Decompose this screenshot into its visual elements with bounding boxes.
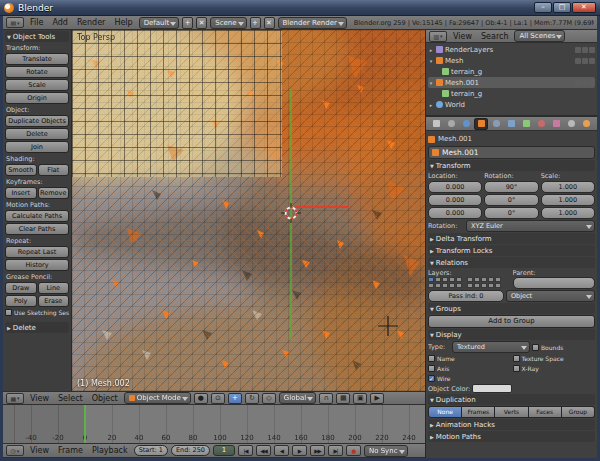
name-checkbox[interactable]: Name	[428, 354, 511, 363]
menu-render[interactable]: Render	[74, 18, 108, 27]
outliner-display-mode-dropdown[interactable]: All Scenes	[514, 30, 565, 42]
menu-view-outliner[interactable]: View	[450, 32, 475, 41]
eye-icon[interactable]	[575, 58, 581, 64]
viewport-shading-dropdown[interactable]: ●	[194, 393, 208, 404]
duplication-panel-header[interactable]: ▼ Duplication	[428, 394, 595, 405]
outliner-row-mesh-001[interactable]: ▾ Mesh.001	[428, 77, 595, 88]
tab-constraints[interactable]	[489, 118, 503, 130]
parent-field[interactable]	[513, 277, 596, 289]
location-z-field[interactable]: 0.000	[428, 207, 482, 219]
tab-particles[interactable]	[564, 118, 578, 130]
menu-frame[interactable]: Frame	[55, 446, 86, 455]
tab-render[interactable]	[429, 118, 443, 130]
current-frame-field[interactable]: 1	[213, 445, 235, 456]
layers-grid[interactable]	[428, 277, 511, 288]
window-titlebar[interactable]: Blender – □ ✕	[0, 0, 600, 16]
play-reverse-button[interactable]: ◀	[274, 445, 289, 456]
delete-panel-header[interactable]: ▶ Delete	[5, 322, 69, 333]
viewport-editor-type-button[interactable]: ▦ ▾	[6, 393, 24, 404]
eye-icon[interactable]	[575, 47, 581, 53]
rotate-button[interactable]: Rotate	[5, 66, 69, 78]
add-to-group-button[interactable]: Add to Group	[428, 315, 595, 328]
current-frame-marker[interactable]	[84, 405, 86, 443]
rotation-x-field[interactable]: 90°	[484, 181, 538, 193]
rotation-y-field[interactable]: 0°	[484, 194, 538, 206]
duplication-verts-button[interactable]: Verts	[495, 406, 528, 418]
jump-to-start-button[interactable]: |◀	[238, 445, 253, 456]
remove-keyframe-button[interactable]: Remove	[38, 187, 70, 199]
scale-y-field[interactable]: 1.000	[541, 194, 595, 206]
wire-checkbox[interactable]: ✓ Wire	[428, 374, 511, 383]
repeat-last-button[interactable]: Repeat Last	[5, 246, 69, 258]
menu-help[interactable]: Help	[111, 18, 135, 27]
tab-modifiers[interactable]	[504, 118, 518, 130]
camera-render-icon[interactable]	[589, 47, 595, 53]
play-button[interactable]: ▶	[292, 445, 307, 456]
insert-keyframe-button[interactable]: Insert	[5, 187, 37, 199]
render-opengl-button[interactable]: ▣	[353, 393, 367, 404]
duplicate-objects-button[interactable]: Duplicate Objects	[5, 115, 69, 127]
join-button[interactable]: Join	[5, 141, 69, 153]
tab-world[interactable]	[459, 118, 473, 130]
end-frame-field[interactable]: End: 250	[171, 445, 210, 456]
menu-search[interactable]: Search	[478, 32, 511, 41]
tab-object-data[interactable]	[519, 118, 533, 130]
manipulator-translate-button[interactable]: +	[228, 393, 242, 404]
delete-layout-button[interactable]: ✕	[196, 17, 207, 29]
duplication-frames-button[interactable]: Frames	[462, 406, 495, 418]
menu-select[interactable]: Select	[55, 394, 86, 403]
translate-button[interactable]: Translate	[5, 53, 69, 65]
relations-panel-header[interactable]: ▼ Relations	[428, 257, 595, 268]
object-color-swatch[interactable]	[472, 384, 512, 393]
history-button[interactable]: History	[5, 259, 69, 271]
tab-material[interactable]	[534, 118, 548, 130]
menu-add[interactable]: Add	[49, 18, 71, 27]
delete-button[interactable]: Delete	[5, 128, 69, 140]
flat-button[interactable]: Flat	[38, 164, 70, 176]
snap-magnet-button[interactable]: ∩	[319, 393, 333, 404]
gp-poly-button[interactable]: Poly	[5, 295, 37, 307]
pass-index-field[interactable]: Pass Ind: 0	[428, 290, 504, 302]
animation-hacks-panel-header[interactable]: ▶ Animation Hacks	[428, 419, 595, 430]
manipulator-scale-button[interactable]: ◇	[262, 393, 276, 404]
tab-texture[interactable]	[549, 118, 563, 130]
motion-paths-panel-header[interactable]: ▶ Motion Paths	[428, 431, 595, 442]
menu-object[interactable]: Object	[89, 394, 121, 403]
scale-x-field[interactable]: 1.000	[541, 181, 595, 193]
maximize-button[interactable]: □	[553, 2, 571, 13]
record-button[interactable]: ●	[346, 445, 361, 456]
close-button[interactable]: ✕	[572, 2, 596, 13]
menu-file[interactable]: File	[27, 18, 46, 27]
jump-to-end-button[interactable]: ▶|	[328, 445, 343, 456]
outliner-row-terrain-g-2[interactable]: terrain_g	[428, 88, 595, 99]
groups-panel-header[interactable]: ▼ Groups	[428, 303, 595, 314]
timeline-ruler[interactable]: -40 -20 0 20 40 60 80 100 120 140 160 18…	[3, 404, 425, 443]
scale-button[interactable]: Scale	[5, 79, 69, 91]
transform-orientation-dropdown[interactable]: Global	[279, 392, 316, 404]
render-engine-dropdown[interactable]: Blender Render	[278, 17, 347, 29]
axis-checkbox[interactable]: Axis	[428, 364, 511, 373]
screen-layout-dropdown[interactable]: Default	[139, 17, 180, 29]
parent-type-dropdown[interactable]: Object	[506, 290, 595, 302]
snap-element-dropdown[interactable]: ▦	[336, 393, 350, 404]
gp-erase-button[interactable]: Erase	[38, 295, 70, 307]
bounds-checkbox[interactable]: Bounds	[532, 343, 595, 352]
arrow-select-icon[interactable]	[582, 47, 588, 53]
delta-transform-panel-header[interactable]: ▶ Delta Transform	[428, 233, 595, 244]
scale-z-field[interactable]: 1.000	[541, 207, 595, 219]
add-scene-button[interactable]: +	[250, 17, 261, 29]
gp-draw-button[interactable]: Draw	[5, 282, 37, 294]
render-opengl-anim-button[interactable]: ▶	[370, 393, 384, 404]
outliner-row-mesh[interactable]: ▾ Mesh	[428, 55, 595, 66]
smooth-button[interactable]: Smooth	[5, 164, 37, 176]
menu-view[interactable]: View	[27, 394, 52, 403]
viewport-canvas[interactable]: Top Persp (1) Mesh.002	[72, 30, 425, 391]
transform-locks-panel-header[interactable]: ▶ Transform Locks	[428, 245, 595, 256]
next-keyframe-button[interactable]: ▶▶	[310, 445, 325, 456]
info-editor-type-button[interactable]: ▤ ▾	[6, 17, 24, 28]
gp-line-button[interactable]: Line	[38, 282, 70, 294]
calculate-paths-button[interactable]: Calculate Paths	[5, 210, 69, 222]
minimize-button[interactable]: –	[534, 2, 552, 13]
outliner-editor-type-button[interactable]: ▥ ▾	[429, 31, 447, 42]
camera-render-icon[interactable]	[589, 58, 595, 64]
